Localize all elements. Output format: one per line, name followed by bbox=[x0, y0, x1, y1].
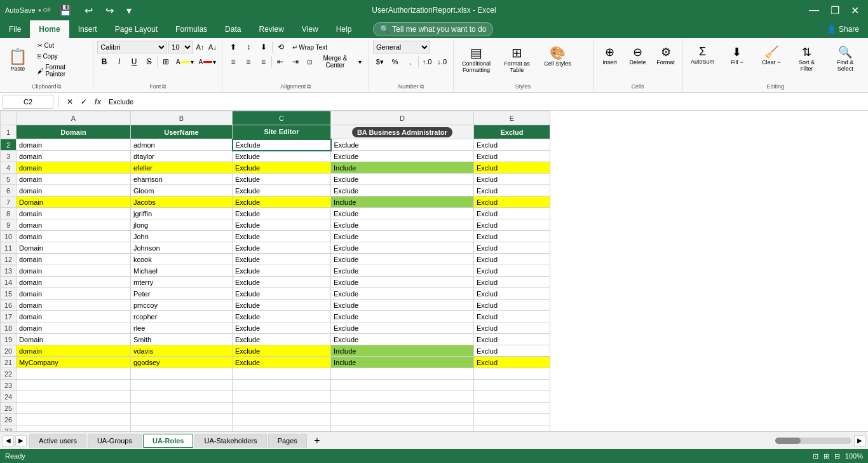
tab-data[interactable]: Data bbox=[216, 20, 250, 38]
empty-cell-22-3[interactable] bbox=[331, 368, 474, 380]
empty-cell-23-0[interactable] bbox=[17, 380, 131, 391]
cell-d-10[interactable]: Exclude bbox=[331, 231, 474, 242]
tab-ua-roles[interactable]: UA-Roles bbox=[143, 434, 194, 448]
clipboard-label-text[interactable]: Clipboard ⧉ bbox=[32, 83, 62, 90]
sort-filter-button[interactable]: ⇅ Sort & Filter bbox=[790, 44, 824, 79]
col-header-e[interactable]: E bbox=[474, 111, 550, 125]
minimize-button[interactable]: — bbox=[805, 3, 823, 17]
cell-d-9[interactable]: Exclude bbox=[331, 219, 474, 231]
col-header-c[interactable]: C bbox=[233, 111, 331, 125]
cell-c-14[interactable]: Exclude bbox=[233, 277, 331, 288]
formula-input[interactable] bbox=[106, 95, 865, 109]
cell-c-13[interactable]: Exclude bbox=[233, 265, 331, 277]
cell-e-12[interactable]: Exclud bbox=[474, 254, 550, 265]
cell-a-2[interactable]: domain bbox=[17, 139, 131, 151]
col-header-d[interactable]: D bbox=[331, 111, 474, 125]
cell-styles-button[interactable]: 🎨 Cell Styles bbox=[539, 44, 577, 79]
empty-cell-25-0[interactable] bbox=[17, 403, 131, 414]
font-family-select[interactable]: Calibri bbox=[97, 41, 167, 53]
cell-a-14[interactable]: domain bbox=[17, 277, 131, 288]
cell-e-10[interactable]: Exclud bbox=[474, 231, 550, 242]
cell-e-2[interactable]: Exclud bbox=[474, 139, 550, 151]
align-bottom-button[interactable]: ⬇ bbox=[257, 41, 271, 53]
tab-active-users[interactable]: Active users bbox=[29, 434, 86, 448]
cell-b-9[interactable]: jlong bbox=[131, 219, 233, 231]
cell-b-18[interactable]: rlee bbox=[131, 322, 233, 334]
cell-d-13[interactable]: Exclude bbox=[331, 265, 474, 277]
cell-a-19[interactable]: Domain bbox=[17, 334, 131, 345]
header-domain[interactable]: Domain bbox=[17, 125, 131, 139]
cell-d-19[interactable]: Exclude bbox=[331, 334, 474, 345]
font-size-select[interactable]: 10 bbox=[168, 41, 193, 53]
align-top-button[interactable]: ⬆ bbox=[226, 41, 240, 53]
tab-formulas[interactable]: Formulas bbox=[166, 20, 216, 38]
empty-cell-26-4[interactable] bbox=[474, 414, 550, 425]
cell-d-18[interactable]: Exclude bbox=[331, 322, 474, 334]
bold-button[interactable]: B bbox=[97, 55, 111, 68]
cell-a-6[interactable]: domain bbox=[17, 185, 131, 197]
empty-cell-25-1[interactable] bbox=[131, 403, 233, 414]
cell-c-20[interactable]: Exclude bbox=[233, 345, 331, 357]
empty-cell-25-4[interactable] bbox=[474, 403, 550, 414]
cell-c-15[interactable]: Exclude bbox=[233, 288, 331, 300]
format-painter-button[interactable]: 🖌 Format Painter bbox=[34, 62, 90, 79]
empty-cell-25-2[interactable] bbox=[233, 403, 331, 414]
sheet-nav-left[interactable]: ◀ bbox=[3, 435, 14, 446]
italic-button[interactable]: I bbox=[112, 55, 126, 68]
decrease-decimal-button[interactable]: ↓.0 bbox=[435, 55, 449, 68]
customize-button[interactable]: ▾ bbox=[123, 3, 135, 18]
tab-ua-stakeholders[interactable]: UA-Stakeholders bbox=[194, 434, 266, 448]
cell-e-3[interactable]: Exclud bbox=[474, 151, 550, 162]
percent-button[interactable]: % bbox=[388, 55, 402, 68]
cell-a-4[interactable]: domain bbox=[17, 162, 131, 174]
borders-button[interactable]: ⊞ bbox=[159, 55, 173, 68]
cell-c-18[interactable]: Exclude bbox=[233, 322, 331, 334]
cell-d-20[interactable]: Include bbox=[331, 345, 474, 357]
clear-button[interactable]: 🧹 Clear ~ bbox=[756, 44, 787, 79]
empty-cell-22-2[interactable] bbox=[233, 368, 331, 380]
empty-cell-24-4[interactable] bbox=[474, 391, 550, 403]
save-button[interactable]: 💾 bbox=[55, 3, 76, 18]
cut-button[interactable]: ✂ Cut bbox=[34, 41, 90, 50]
close-button[interactable]: ✕ bbox=[847, 3, 863, 18]
cell-b-6[interactable]: Gloom bbox=[131, 185, 233, 197]
cell-c-21[interactable]: Exclude bbox=[233, 357, 331, 368]
cell-a-13[interactable]: domain bbox=[17, 265, 131, 277]
increase-decimal-button[interactable]: ↑.0 bbox=[420, 55, 434, 68]
empty-cell-24-0[interactable] bbox=[17, 391, 131, 403]
empty-cell-23-1[interactable] bbox=[131, 380, 233, 391]
cell-c-16[interactable]: Exclude bbox=[233, 300, 331, 311]
cell-b-15[interactable]: Peter bbox=[131, 288, 233, 300]
cell-c-7[interactable]: Exclude bbox=[233, 197, 331, 208]
cell-a-18[interactable]: domain bbox=[17, 322, 131, 334]
normal-view-button[interactable]: ⊡ bbox=[813, 452, 818, 460]
name-box[interactable] bbox=[3, 95, 53, 109]
empty-cell-26-3[interactable] bbox=[331, 414, 474, 425]
cell-d-14[interactable]: Exclude bbox=[331, 277, 474, 288]
indent-decrease-button[interactable]: ⇤ bbox=[273, 55, 287, 68]
empty-cell-22-1[interactable] bbox=[131, 368, 233, 380]
tab-home[interactable]: Home bbox=[30, 20, 69, 38]
cell-e-14[interactable]: Exclud bbox=[474, 277, 550, 288]
cell-d-5[interactable]: Exclude bbox=[331, 174, 474, 185]
cell-a-15[interactable]: domain bbox=[17, 288, 131, 300]
header-site-editor[interactable]: Site Editor bbox=[233, 125, 331, 139]
cell-c-5[interactable]: Exclude bbox=[233, 174, 331, 185]
empty-cell-23-3[interactable] bbox=[331, 380, 474, 391]
orient-button[interactable]: ⟲ bbox=[274, 41, 288, 53]
align-middle-button[interactable]: ↕ bbox=[241, 41, 255, 53]
tell-me-button[interactable]: 🔍 Tell me what you want to do bbox=[373, 22, 493, 36]
page-layout-button[interactable]: ⊞ bbox=[824, 452, 829, 460]
cell-b-16[interactable]: pmccoy bbox=[131, 300, 233, 311]
scroll-right-button[interactable]: ▶ bbox=[854, 435, 865, 446]
cell-d-4[interactable]: Include bbox=[331, 162, 474, 174]
font-color-button[interactable]: A ▾ bbox=[197, 55, 219, 68]
empty-cell-24-3[interactable] bbox=[331, 391, 474, 403]
empty-cell-24-1[interactable] bbox=[131, 391, 233, 403]
tab-pages[interactable]: Pages bbox=[268, 434, 307, 448]
cell-d-12[interactable]: Exclude bbox=[331, 254, 474, 265]
comma-button[interactable]: , bbox=[403, 55, 417, 68]
sheet-nav-right[interactable]: ▶ bbox=[15, 435, 27, 446]
cell-b-7[interactable]: Jacobs bbox=[131, 197, 233, 208]
cell-c-17[interactable]: Exclude bbox=[233, 311, 331, 322]
